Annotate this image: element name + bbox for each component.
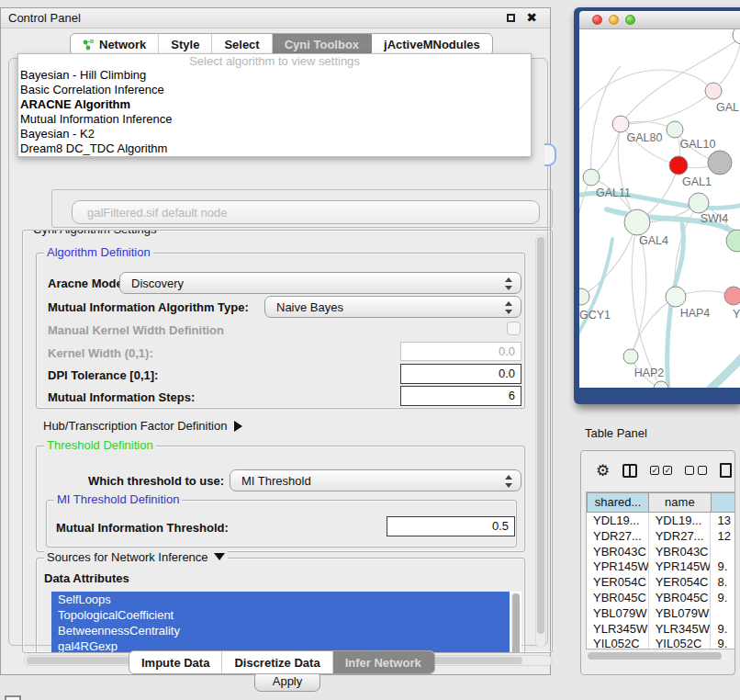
network-node-gal[interactable] (705, 83, 722, 99)
dpi-tolerance-field[interactable]: 0.0 (400, 364, 521, 384)
close-traffic-light-icon[interactable] (592, 15, 602, 25)
close-icon[interactable]: ✖ (526, 10, 537, 25)
minimize-traffic-light-icon[interactable] (609, 15, 619, 25)
dropdown-item[interactable]: Dream8 DC_TDC Algorithm (18, 141, 531, 156)
network-node-swi4[interactable] (689, 193, 709, 213)
table-cell[interactable]: YBR045C (649, 590, 712, 605)
network-node[interactable] (708, 151, 732, 175)
network-node-gal10[interactable] (667, 121, 683, 138)
mi-type-combobox[interactable]: Naive Bayes (264, 296, 521, 318)
table-cell[interactable]: 8. (711, 574, 735, 590)
table-cell[interactable]: YDR27... (587, 528, 649, 544)
table-data-combobox[interactable]: galFiltered.sif default node (72, 200, 540, 224)
table-cell[interactable]: YPR145W (649, 559, 712, 574)
aracne-mode-combobox[interactable]: Discovery (119, 272, 521, 294)
attribute-list-item[interactable]: TopologicalCoefficient (51, 607, 510, 623)
table-cell[interactable]: YBR045C (587, 590, 649, 605)
tab-network[interactable]: Network (71, 34, 159, 55)
table-row[interactable]: YBR045CYBR045C9. (587, 590, 735, 605)
table-row[interactable]: YPR145WYPR145W9. (587, 559, 735, 574)
dropdown-item[interactable]: ARACNE Algorithm (18, 97, 531, 112)
table-cell[interactable]: YER054C (649, 574, 712, 590)
table-cell[interactable]: YDL19... (649, 513, 712, 528)
columns-icon[interactable] (622, 464, 637, 478)
dropdown-item[interactable]: Mutual Information Inference (18, 112, 531, 127)
table-row[interactable]: YBR043CYBR043C (587, 544, 735, 559)
table-cell[interactable]: 12 (711, 528, 735, 544)
attribute-list-item[interactable]: SelfLoops (51, 592, 510, 607)
table-cell[interactable]: YBL079W (587, 605, 649, 621)
network-node-gal11[interactable] (583, 169, 600, 186)
tab-jactivemnodules[interactable]: jActiveMNodules (372, 34, 492, 55)
bottom-left-icon-fragment[interactable] (5, 695, 21, 700)
table-cell[interactable]: YBR043C (649, 544, 712, 559)
network-node-gal4[interactable] (624, 209, 650, 235)
tab-cyni-toolbox[interactable]: Cyni Toolbox (273, 34, 372, 55)
network-node[interactable] (726, 230, 740, 252)
which-threshold-combobox[interactable]: MI Threshold (230, 469, 521, 491)
table-cell[interactable]: YER054C (587, 574, 649, 590)
tab-label: Select (224, 38, 259, 51)
network-node-gal1[interactable] (669, 156, 688, 175)
table-cell[interactable]: YDR27... (649, 528, 712, 544)
column-header[interactable] (712, 492, 735, 513)
table-row[interactable]: YBL079WYBL079W (587, 605, 735, 621)
network-window-titlebar[interactable] (579, 11, 740, 29)
table-cell[interactable]: YIL052C (587, 636, 649, 649)
focused-combobox-fragment[interactable] (544, 143, 556, 166)
tab-select[interactable]: Select (212, 34, 272, 55)
select-all-columns-icon[interactable]: ✓ ✓ (650, 466, 672, 475)
dropdown-item[interactable]: Bayesian - K2 (18, 127, 531, 141)
table-cell[interactable]: 9. (711, 636, 735, 649)
table-cell[interactable]: YLR345W (649, 621, 712, 637)
float-window-icon[interactable] (507, 14, 515, 22)
table-cell[interactable]: 9. (711, 590, 735, 605)
mi-type-label: Mutual Information Algorithm Type: (48, 300, 249, 314)
kernel-width-field[interactable]: 0.0 (400, 342, 521, 361)
network-node-hap2[interactable] (623, 349, 638, 364)
gear-icon[interactable]: ⚙ (596, 463, 610, 479)
column-header[interactable]: shared... (587, 492, 649, 513)
tab-style[interactable]: Style (159, 34, 212, 55)
table-cell[interactable]: YBR043C (587, 544, 649, 559)
tab-impute-data[interactable]: Impute Data (129, 651, 222, 673)
network-node-y[interactable] (724, 287, 740, 305)
dropdown-item[interactable]: Bayesian - Hill Climbing (18, 68, 531, 83)
table-row[interactable]: YLR345WYLR345W9. (587, 621, 735, 637)
table-cell[interactable]: YPR145W (587, 559, 649, 574)
network-canvas[interactable]: GALGAL80GAL10GAL1GAL11GAL4SWI4GCY1HAP4YH… (579, 29, 740, 388)
network-node-hap4[interactable] (666, 287, 686, 307)
table-cell[interactable]: 9. (711, 559, 735, 574)
network-node-gal80[interactable] (612, 116, 629, 132)
table-row[interactable]: YIL052CYIL052C9. (587, 636, 735, 649)
network-node-gcy1[interactable] (579, 288, 589, 305)
data-attributes-list[interactable]: SelfLoopsTopologicalCoefficientBetweenne… (51, 592, 521, 653)
settings-vertical-scrollbar-thumb[interactable] (537, 237, 544, 634)
deselect-all-columns-icon[interactable] (685, 466, 707, 475)
attributes-list-scrollbar-thumb[interactable] (512, 593, 520, 653)
attribute-list-item[interactable]: BetweennessCentrality (51, 623, 510, 638)
table-cell[interactable] (711, 605, 735, 621)
hub-definition-toggle[interactable]: Hub/Transcription Factor Definition (43, 419, 248, 433)
table-row[interactable]: YDR27...YDR27...12 (587, 528, 735, 544)
column-header[interactable]: name (649, 492, 712, 513)
table-cell[interactable] (711, 544, 735, 559)
table-row[interactable]: YDL19...YDL19...13 (587, 513, 735, 528)
manual-kernel-checkbox[interactable] (507, 322, 521, 335)
dropdown-item[interactable]: Basic Correlation Inference (18, 83, 531, 97)
table-cell[interactable]: 9. (711, 621, 735, 637)
mi-threshold-field[interactable]: 0.5 (387, 516, 515, 536)
table-horizontal-scrollbar-thumb[interactable] (588, 652, 722, 660)
table-cell[interactable]: 13 (711, 513, 735, 528)
table-row[interactable]: YER054CYER054C8. (587, 574, 735, 590)
sources-group-title[interactable]: Sources for Network Inference (44, 550, 228, 566)
table-cell[interactable]: YBL079W (649, 605, 712, 621)
zoom-traffic-light-icon[interactable] (625, 15, 635, 25)
tab-discretize-data[interactable]: Discretize Data (222, 651, 332, 673)
document-icon[interactable] (720, 463, 732, 478)
table-cell[interactable]: YDL19... (587, 513, 649, 528)
mi-steps-field[interactable]: 6 (400, 386, 521, 406)
tab-infer-network[interactable]: Infer Network (333, 651, 434, 673)
table-cell[interactable]: YIL052C (649, 636, 712, 649)
table-cell[interactable]: YLR345W (587, 621, 649, 637)
